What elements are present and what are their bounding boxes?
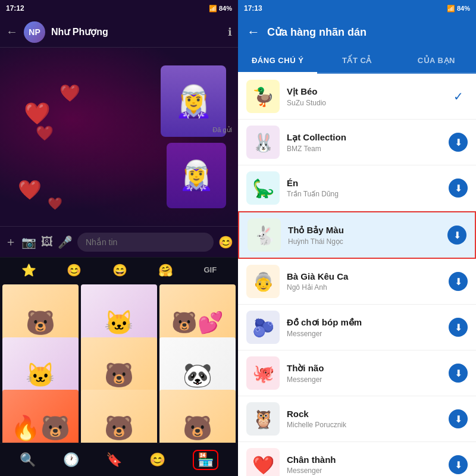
sticker-name-4: Thỏ Bảy Màu <box>288 225 440 236</box>
sticker-download-8[interactable]: ⬇ <box>449 409 468 428</box>
sticker-download-9[interactable]: ⬇ <box>449 455 468 474</box>
right-status-icons: 📶 84% <box>447 5 470 12</box>
list-item[interactable]: 🦕 Én Trần Tuấn Dũng ⬇ <box>238 165 476 211</box>
message-input[interactable] <box>77 233 214 252</box>
right-header: ← Cửa hàng nhãn dán <box>238 17 476 48</box>
sticker-2-image: 🧝‍♀️ <box>167 143 226 208</box>
sticker-author-2: BMZ Team <box>287 145 441 153</box>
sticker-author-1: SuZu Studio <box>287 99 441 107</box>
camera-icon[interactable]: 📷 <box>21 235 36 249</box>
bookmark-nav-icon[interactable]: 🔖 <box>106 452 122 468</box>
sticker-thumb-7: 🐙 <box>246 356 280 390</box>
emoji-nav-icon[interactable]: 😊 <box>149 452 165 468</box>
sticker-thumb-2: 🐰 <box>246 126 280 159</box>
sticker-thumb-4: 🐇 <box>248 218 281 252</box>
sticker-thumb-3: 🦕 <box>246 171 280 205</box>
left-status-bar: 17:12 📶 84% <box>0 0 238 17</box>
heart-decoration-5: ❤️ <box>48 196 62 211</box>
sticker-name-3: Én <box>287 178 441 188</box>
sticker-download-7[interactable]: ⬇ <box>449 364 468 383</box>
tab-dang-chu-y[interactable]: ĐÁNG CHÚ Ý <box>238 48 317 73</box>
list-item[interactable]: 🦉 Rock Michelle Porucznik ⬇ <box>238 396 476 442</box>
left-time: 17:12 <box>6 4 24 12</box>
left-battery: 84% <box>219 5 232 12</box>
sticker-author-3: Trần Tuấn Dũng <box>287 190 441 198</box>
heart-decoration-1: ❤️ <box>24 101 51 126</box>
list-item[interactable]: 🐙 Thời não Messenger ⬇ <box>238 350 476 396</box>
sticker-info-6: Đồ chơi bóp mềm Messenger <box>287 317 441 338</box>
sticker-author-6: Messenger <box>287 330 441 338</box>
left-status-icons: 📶 84% <box>209 5 232 12</box>
sticker-name-1: Vịt Béo <box>287 86 441 97</box>
chat-area: 🧝‍♀️ ❤️ ❤️ ❤️ 🧝‍♀️ ❤️ ❤️ Đã gửi <box>0 48 238 226</box>
sticker-message-2: 🧝‍♀️ <box>167 143 226 208</box>
sticker-cell-8[interactable]: 🐻 <box>81 390 157 443</box>
sticker-grid: 🐻 🐱 🐻💕 🐱 🐻 🐼 🔥🐻 🐻 🐻 <box>0 282 238 443</box>
sticker-info-9: Chân thành Messenger <box>287 455 441 475</box>
sticker-cell-7[interactable]: 🔥🐻 <box>2 390 79 443</box>
list-item[interactable]: ❤️ Chân thành Messenger ⬇ <box>238 442 476 476</box>
sticker-info-2: Lạt Collection BMZ Team <box>287 132 441 153</box>
sticker-author-9: Messenger <box>287 466 441 475</box>
sticker-download-6[interactable]: ⬇ <box>449 318 468 337</box>
sticker-download-3[interactable]: ⬇ <box>449 178 468 198</box>
right-status-bar: 17:13 📶 84% <box>238 0 476 17</box>
tabs-bar: ĐÁNG CHÚ Ý TẤT CẢ CỦA BẠN <box>238 48 476 74</box>
emoji-bar: ⭐ 😊 😄 🤗 GIF <box>0 257 238 282</box>
list-item-highlighted[interactable]: 🐇 Thỏ Bảy Màu Huỳnh Thái Ngọc ⬇ <box>238 211 476 259</box>
sticker-info-1: Vịt Béo SuZu Studio <box>287 86 441 107</box>
sticker-download-5[interactable]: ⬇ <box>449 272 468 291</box>
emoji-tab-icon[interactable]: 😊 <box>67 263 82 277</box>
sticker-info-7: Thời não Messenger <box>287 363 441 384</box>
list-item[interactable]: 🦆 Vịt Béo SuZu Studio ✓ <box>238 74 476 120</box>
sent-status: Đã gửi <box>212 126 232 134</box>
sticker-author-5: Ngô Hải Anh <box>287 283 441 292</box>
sticker-name-6: Đồ chơi bóp mềm <box>287 317 441 328</box>
sticker-thumb-1: 🦆 <box>246 80 280 113</box>
list-item[interactable]: 👵 Bà Già Kêu Ca Ngô Hải Anh ⬇ <box>238 259 476 305</box>
left-back-button[interactable]: ← <box>6 25 18 39</box>
contact-name: Như Phượng <box>51 26 222 37</box>
bottom-nav-left: 🔍 🕐 🔖 😊 🏪 <box>0 443 238 476</box>
sticker-author-4: Huỳnh Thái Ngọc <box>288 237 440 246</box>
sticker-download-4[interactable]: ⬇ <box>447 226 466 245</box>
store-title: Cửa hàng nhãn dán <box>267 26 367 39</box>
sticker-info-3: Én Trần Tuấn Dũng <box>287 178 441 198</box>
reactions-tab-icon[interactable]: 🤗 <box>158 263 173 277</box>
tab-cua-ban[interactable]: CỦA BẠN <box>397 48 476 73</box>
store-nav-icon[interactable]: 🏪 <box>193 450 218 470</box>
input-bar: ＋ 📷 🖼 🎤 😊 <box>0 226 238 257</box>
right-battery: 84% <box>457 5 470 12</box>
search-nav-icon[interactable]: 🔍 <box>20 452 36 468</box>
stickers-tab-icon[interactable]: 😄 <box>112 263 127 277</box>
mic-icon[interactable]: 🎤 <box>58 235 73 249</box>
heart-decoration-2: ❤️ <box>60 83 80 103</box>
sticker-download-2[interactable]: ⬇ <box>449 133 468 152</box>
sticker-name-5: Bà Già Kêu Ca <box>287 271 441 281</box>
gallery-icon[interactable]: 🖼 <box>41 235 53 249</box>
info-icon[interactable]: ℹ <box>228 26 232 39</box>
sticker-info-5: Bà Già Kêu Ca Ngô Hải Anh <box>287 271 441 292</box>
heart-decoration-3: ❤️ <box>36 125 54 142</box>
sticker-thumb-5: 👵 <box>246 265 280 298</box>
sticker-thumb-6: 🫐 <box>246 311 280 344</box>
sticker-cell-9[interactable]: 🐻 <box>159 390 236 443</box>
sticker-name-2: Lạt Collection <box>287 132 441 143</box>
heart-decoration-4: ❤️ <box>18 178 42 201</box>
sticker-info-4: Thỏ Bảy Màu Huỳnh Thái Ngọc <box>288 225 440 246</box>
sticker-list: 🦆 Vịt Béo SuZu Studio ✓ 🐰 Lạt Collection… <box>238 74 476 476</box>
recent-nav-icon[interactable]: 🕐 <box>63 452 79 468</box>
add-icon[interactable]: ＋ <box>5 234 17 250</box>
list-item[interactable]: 🫐 Đồ chơi bóp mềm Messenger ⬇ <box>238 305 476 350</box>
gif-tab[interactable]: GIF <box>203 265 217 274</box>
left-signal: 📶 <box>209 5 217 12</box>
right-back-button[interactable]: ← <box>247 24 260 40</box>
sticker-name-8: Rock <box>287 409 441 419</box>
left-panel: 17:12 📶 84% ← NP Như Phượng ℹ 🧝‍♀️ ❤️ ❤️… <box>0 0 238 476</box>
sticker-checkmark-1[interactable]: ✓ <box>449 87 468 106</box>
tab-tat-ca[interactable]: TẤT CẢ <box>317 48 396 73</box>
right-panel: 17:13 📶 84% ← Cửa hàng nhãn dán ĐÁNG CHÚ… <box>238 0 476 476</box>
list-item[interactable]: 🐰 Lạt Collection BMZ Team ⬇ <box>238 120 476 165</box>
emoji-icon[interactable]: 😊 <box>218 235 233 249</box>
favorites-icon[interactable]: ⭐ <box>21 263 36 277</box>
